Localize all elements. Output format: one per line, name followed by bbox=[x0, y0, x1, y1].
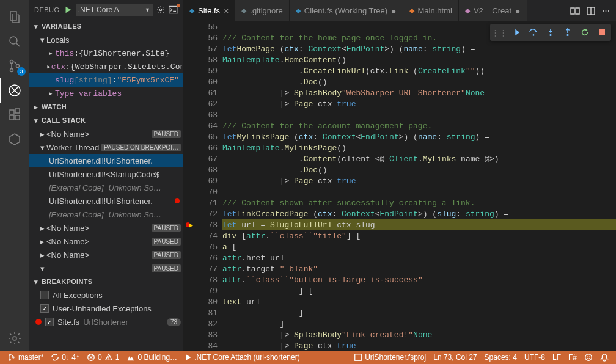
variables-section-header[interactable]: ▾VARIABLES bbox=[29, 20, 183, 33]
svg-point-16 bbox=[533, 34, 535, 36]
debug-config-dropdown[interactable]: .NET Core A ▼ bbox=[76, 4, 153, 16]
tab--gitignore[interactable]: ◆.gitignore bbox=[235, 0, 289, 21]
svg-point-21 bbox=[9, 359, 10, 360]
gear-icon[interactable] bbox=[0, 326, 29, 351]
debug-continue-button[interactable] bbox=[508, 25, 524, 40]
modified-icon[interactable] bbox=[515, 6, 520, 16]
problems-status[interactable]: 0 1 bbox=[83, 351, 123, 364]
callstack-frame-4[interactable]: [External Code]Unknown So… bbox=[29, 208, 183, 221]
variable-row[interactable]: slug [string]: "E5Fymx5rxCE" bbox=[29, 73, 183, 87]
watch-section-header[interactable]: ▸WATCH bbox=[29, 100, 183, 114]
debug-stop-button[interactable] bbox=[594, 25, 610, 40]
svg-point-25 bbox=[585, 354, 592, 361]
breakpoints-section-header[interactable]: ▾BREAKPOINTS bbox=[29, 275, 183, 288]
svg-point-20 bbox=[9, 354, 10, 355]
svg-point-10 bbox=[13, 337, 16, 340]
callstack-frame-3[interactable]: UrlShortener.dll!UrlShortener. bbox=[29, 194, 183, 208]
modified-icon[interactable] bbox=[391, 6, 396, 16]
callstack-noname-4[interactable]: ▾ PAUSED bbox=[29, 261, 183, 275]
svg-point-1 bbox=[10, 37, 17, 44]
editor-body[interactable]: ⋮⋮ 5556 /// Content for the home page on… bbox=[183, 21, 616, 351]
checkbox-icon[interactable] bbox=[40, 291, 49, 299]
svg-rect-9 bbox=[15, 109, 20, 113]
callstack-noname-3[interactable]: ▸<No Name> PAUSED bbox=[29, 248, 183, 261]
variable-row[interactable]: ▸this: {UrlShortener.Site} bbox=[29, 46, 183, 60]
debug-stepout-button[interactable] bbox=[560, 25, 576, 40]
debug-icon[interactable] bbox=[0, 78, 29, 103]
callstack-noname-1[interactable]: ▸<No Name> PAUSED bbox=[29, 221, 183, 235]
callstack-noname-0[interactable]: ▸<No Name> PAUSED bbox=[29, 127, 183, 140]
debug-grip-icon[interactable]: ⋮⋮ bbox=[491, 25, 507, 40]
eol-status[interactable]: LF bbox=[549, 351, 565, 364]
code-view[interactable]: 5556 /// Content for the home page once … bbox=[222, 21, 616, 351]
explorer-icon[interactable] bbox=[0, 5, 29, 29]
debug-title: DEBUG bbox=[34, 6, 60, 13]
svg-rect-0 bbox=[10, 12, 16, 20]
notifications-icon[interactable] bbox=[596, 351, 612, 364]
debug-settings-icon[interactable] bbox=[156, 5, 165, 14]
checkbox-checked-icon[interactable] bbox=[45, 318, 54, 326]
svg-rect-13 bbox=[571, 8, 574, 14]
callstack-noname-2[interactable]: ▸<No Name> PAUSED bbox=[29, 235, 183, 248]
tab-bar: ◆Site.fs×◆.gitignore◆Client.fs (Working … bbox=[183, 0, 616, 21]
diff-icon[interactable] bbox=[570, 6, 580, 16]
feedback-icon[interactable] bbox=[581, 351, 596, 364]
callstack-frame-0[interactable]: UrlShortener.dll!UrlShortener. bbox=[29, 154, 183, 167]
tab-main-html[interactable]: ◆Main.html bbox=[403, 0, 459, 21]
scm-badge: 3 bbox=[17, 67, 26, 76]
indentation-status[interactable]: Spaces: 4 bbox=[481, 351, 521, 364]
callstack-frame-2[interactable]: [External Code]Unknown So… bbox=[29, 181, 183, 194]
activity-bar: 3 bbox=[0, 0, 29, 351]
svg-point-17 bbox=[549, 34, 551, 36]
breakpoint-sitefs[interactable]: Site.fs UrlShortener 73 bbox=[29, 315, 183, 329]
scm-icon[interactable]: 3 bbox=[0, 54, 29, 78]
editor-area: ◆Site.fs×◆.gitignore◆Client.fs (Working … bbox=[183, 0, 616, 351]
debug-target-status[interactable]: .NET Core Attach (url-shortener) bbox=[181, 351, 304, 364]
debug-restart-button[interactable] bbox=[577, 25, 593, 40]
svg-point-18 bbox=[566, 34, 568, 36]
breakpoint-user-exceptions[interactable]: User-Unhandled Exceptions bbox=[29, 302, 183, 315]
more-icon[interactable]: ⋯ bbox=[602, 6, 610, 15]
svg-rect-19 bbox=[599, 29, 605, 35]
breakpoint-all-exceptions[interactable]: All Exceptions bbox=[29, 288, 183, 302]
search-icon[interactable] bbox=[0, 29, 29, 54]
tab-v2-creat[interactable]: ◆V2__Creat bbox=[459, 0, 527, 21]
build-status[interactable]: 0 Building… bbox=[123, 351, 181, 364]
tab-site-fs[interactable]: ◆Site.fs× bbox=[183, 0, 235, 21]
breakpoint-dot-icon bbox=[35, 319, 42, 325]
close-icon[interactable]: × bbox=[224, 6, 229, 16]
callstack-worker-thread[interactable]: ▾Worker Thread PAUSED ON BREAKPOI… bbox=[29, 140, 183, 154]
breakpoint-dot-icon bbox=[175, 198, 180, 203]
callstack-frame-1[interactable]: UrlShortener.dll!<StartupCode$ bbox=[29, 167, 183, 181]
tab-client-fs-working-tree-[interactable]: ◆Client.fs (Working Tree) bbox=[290, 0, 403, 21]
svg-point-4 bbox=[16, 65, 20, 68]
sync-status[interactable]: 0↓ 4↑ bbox=[47, 351, 83, 364]
debug-sidebar: DEBUG .NET Core A ▼ ▾VARIABLES ▾Locals ▸… bbox=[29, 0, 183, 351]
svg-point-22 bbox=[13, 357, 14, 358]
language-status[interactable]: F# bbox=[565, 351, 581, 364]
encoding-status[interactable]: UTF-8 bbox=[521, 351, 549, 364]
debug-stepover-button[interactable] bbox=[526, 25, 541, 40]
unknown-icon[interactable] bbox=[0, 127, 29, 151]
split-icon[interactable] bbox=[586, 6, 596, 16]
svg-rect-7 bbox=[10, 115, 14, 120]
debug-toolbar: DEBUG .NET Core A ▼ bbox=[29, 0, 183, 20]
callstack-section-header[interactable]: ▾CALL STACK bbox=[29, 114, 183, 127]
branch-status[interactable]: master* bbox=[4, 351, 47, 364]
locals-node[interactable]: ▾Locals bbox=[29, 33, 183, 46]
extensions-icon[interactable] bbox=[0, 103, 29, 127]
svg-rect-14 bbox=[576, 8, 579, 14]
debug-console-icon[interactable] bbox=[169, 5, 178, 14]
checkbox-checked-icon[interactable] bbox=[40, 304, 49, 313]
variable-row[interactable]: ▸ctx: {WebSharper.Sitelets.Con… bbox=[29, 60, 183, 73]
debug-start-button[interactable] bbox=[64, 5, 72, 14]
svg-rect-24 bbox=[355, 354, 362, 361]
svg-point-3 bbox=[10, 69, 13, 72]
status-bar: master* 0↓ 4↑ 0 1 0 Building… .NET Core … bbox=[0, 351, 616, 364]
svg-rect-8 bbox=[15, 115, 20, 120]
cursor-position[interactable]: Ln 73, Col 27 bbox=[430, 351, 480, 364]
project-status[interactable]: UrlShortener.fsproj bbox=[350, 351, 430, 364]
variable-row[interactable]: ▸Type variables bbox=[29, 87, 183, 100]
debug-stepin-button[interactable] bbox=[543, 25, 559, 40]
svg-rect-12 bbox=[169, 6, 178, 13]
